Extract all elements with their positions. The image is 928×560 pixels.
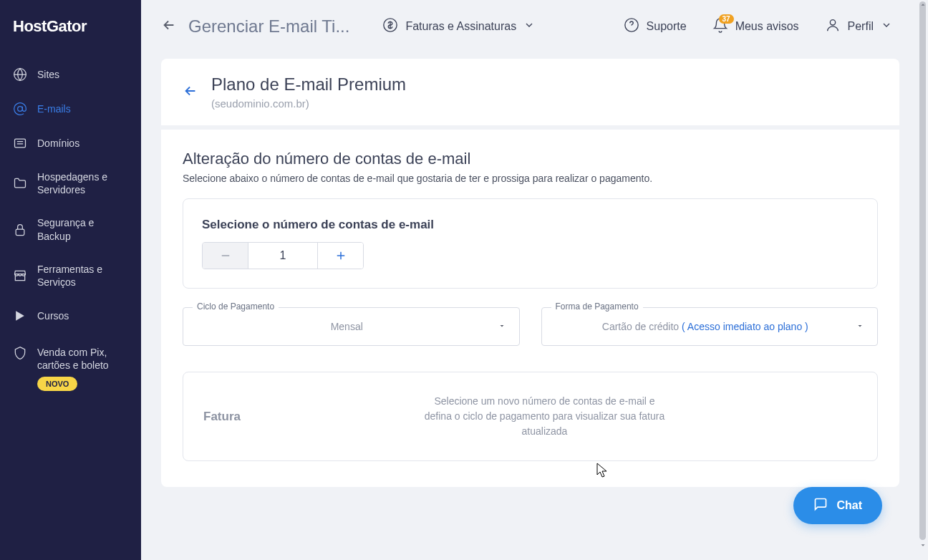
topbar-invoices[interactable]: Faturas e Assinaturas: [375, 13, 542, 40]
scrollbar-thumb[interactable]: [919, 1, 926, 540]
topbar-notifications[interactable]: 37 Meus avisos: [705, 13, 806, 40]
scroll-down-icon[interactable]: [918, 540, 928, 550]
main-content: Gerenciar E-mail Ti... Faturas e Assinat…: [141, 0, 928, 560]
sidebar-item-emails[interactable]: E-mails: [0, 92, 141, 126]
chevron-down-icon: [881, 19, 892, 34]
scroll-up-icon[interactable]: [918, 0, 928, 10]
topbar-item-label: Perfil: [848, 20, 874, 33]
sidebar-item-label: E-mails: [37, 102, 71, 115]
stepper-value: 1: [248, 243, 317, 269]
at-icon: [13, 102, 27, 116]
cycle-select-value: Mensal: [196, 321, 498, 332]
back-arrow-icon[interactable]: [161, 17, 177, 36]
sidebar-item-security[interactable]: Segurança e Backup: [0, 206, 141, 252]
payment-select[interactable]: Cartão de crédito ( Acesso imediato ao p…: [541, 307, 879, 346]
user-icon: [825, 17, 841, 36]
plan-title: Plano de E-mail Premium: [211, 74, 406, 95]
novo-badge: NOVO: [37, 377, 77, 391]
bell-icon: [712, 23, 728, 35]
play-icon: [13, 309, 27, 323]
quantity-stepper: 1: [202, 242, 364, 269]
scrollbar[interactable]: [918, 0, 928, 560]
logo: HostGator: [0, 0, 141, 57]
stepper-plus-button[interactable]: [317, 243, 363, 269]
invoice-title: Fatura: [203, 410, 404, 424]
payment-select-label: Forma de Pagamento: [551, 301, 643, 312]
invoice-box: Fatura Selecione um novo número de conta…: [183, 372, 878, 461]
sidebar-item-label: Venda com Pix, cartões e boleto: [37, 347, 109, 371]
chat-button[interactable]: Chat: [793, 487, 882, 524]
dollar-icon: [382, 17, 398, 36]
sidebar-item-dominios[interactable]: Domínios: [0, 126, 141, 160]
sidebar-item-content: Venda com Pix, cartões e boleto NOVO: [37, 346, 128, 390]
sidebar-item-label: Domínios: [37, 137, 79, 150]
topbar-item-label: Meus avisos: [735, 20, 799, 33]
section-description: Selecione abaixo o número de contas de e…: [183, 173, 878, 184]
chat-icon: [813, 497, 828, 514]
topbar: Gerenciar E-mail Ti... Faturas e Assinat…: [141, 0, 928, 53]
page-title: Gerenciar E-mail Ti...: [188, 16, 349, 37]
stepper-minus-button[interactable]: [203, 243, 248, 269]
topbar-item-label: Suporte: [647, 20, 687, 33]
folder-icon: [13, 176, 27, 190]
back-arrow-icon[interactable]: [183, 83, 198, 102]
notification-count-badge: 37: [719, 14, 734, 24]
sidebar-item-label: Segurança e Backup: [37, 216, 128, 242]
select-row: Ciclo de Pagamento Mensal Forma de Pagam…: [183, 307, 878, 346]
payment-select-value: Cartão de crédito ( Acesso imediato ao p…: [555, 321, 856, 332]
topbar-profile[interactable]: Perfil: [818, 13, 899, 40]
topbar-item-label: Faturas e Assinaturas: [405, 20, 516, 33]
sidebar-item-label: Hospedagens e Servidores: [37, 170, 128, 196]
accounts-box: Selecione o número de contas de e-mail 1: [183, 198, 878, 289]
shield-icon: [13, 346, 27, 360]
invoice-description: Selecione um novo número de contas de e-…: [423, 394, 667, 439]
sidebar-item-sites[interactable]: Sites: [0, 57, 141, 92]
cycle-select-wrapper: Ciclo de Pagamento Mensal: [183, 307, 520, 346]
card-header: Plano de E-mail Premium (seudominio.com.…: [161, 59, 899, 125]
svg-rect-3: [16, 229, 24, 235]
topbar-support[interactable]: Suporte: [617, 13, 694, 40]
caret-down-icon: [498, 320, 506, 333]
globe-icon: [13, 67, 27, 82]
card-body: Alteração do número de contas de e-mail …: [161, 130, 899, 487]
section-title: Alteração do número de contas de e-mail: [183, 150, 878, 168]
svg-point-6: [830, 20, 835, 25]
list-icon: [13, 136, 27, 150]
help-icon: [624, 17, 639, 36]
payment-select-wrapper: Forma de Pagamento Cartão de crédito ( A…: [541, 307, 879, 346]
sidebar-item-hosting[interactable]: Hospedagens e Servidores: [0, 160, 141, 206]
chevron-down-icon: [523, 19, 535, 34]
cycle-select[interactable]: Mensal: [183, 307, 520, 346]
plan-domain: (seudominio.com.br): [211, 97, 406, 110]
sidebar-item-tools[interactable]: Ferramentas e Serviços: [0, 253, 141, 299]
sidebar-item-label: Sites: [37, 68, 59, 81]
cycle-select-label: Ciclo de Pagamento: [193, 301, 279, 312]
store-icon: [13, 269, 27, 283]
sidebar-item-label: Cursos: [37, 309, 69, 322]
svg-rect-2: [15, 139, 26, 148]
sidebar-item-cursos[interactable]: Cursos: [0, 299, 141, 333]
chat-label: Chat: [836, 499, 862, 512]
sidebar: HostGator Sites E-mails Domínios Hospeda…: [0, 0, 141, 560]
svg-point-1: [18, 107, 23, 112]
sidebar-item-label: Ferramentas e Serviços: [37, 263, 128, 289]
sidebar-item-venda[interactable]: Venda com Pix, cartões e boleto NOVO: [0, 333, 141, 400]
accounts-label: Selecione o número de contas de e-mail: [202, 218, 859, 232]
lock-icon: [13, 223, 27, 237]
caret-down-icon: [856, 320, 864, 333]
